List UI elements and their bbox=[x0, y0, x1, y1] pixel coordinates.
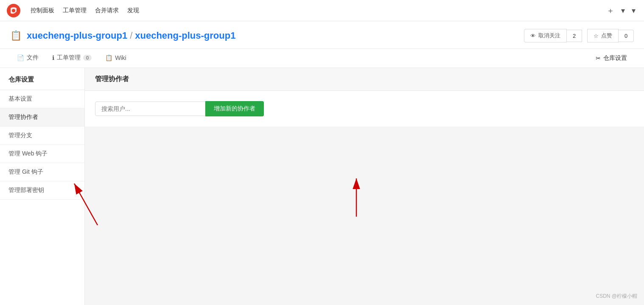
eye-icon: 👁 bbox=[530, 33, 536, 39]
sidebar-item-manage-branches[interactable]: 管理分支 bbox=[0, 127, 84, 145]
star-icon: ☆ bbox=[594, 33, 599, 39]
section-header: 管理协作者 bbox=[85, 68, 644, 91]
search-input[interactable] bbox=[95, 102, 205, 116]
svg-point-1 bbox=[12, 9, 15, 12]
logo-icon[interactable] bbox=[7, 4, 20, 17]
repo-actions: 👁 取消关注 2 ☆ 点赞 0 bbox=[519, 29, 634, 42]
topnav: 控制面板 工单管理 合并请求 发现 ＋ ▾ ▾ bbox=[0, 0, 644, 21]
star-count: 0 bbox=[619, 30, 634, 42]
sidebar-item-manage-collaborators[interactable]: 管理协作者 bbox=[0, 108, 84, 127]
add-collaborator-button[interactable]: 增加新的协作者 bbox=[205, 101, 264, 116]
tab-wiki[interactable]: 📋 Wiki bbox=[98, 49, 133, 67]
tab-wiki-label: Wiki bbox=[115, 54, 126, 61]
sidebar-item-manage-webhooks[interactable]: 管理 Web 钩子 bbox=[0, 145, 84, 163]
tab-issues-label: 工单管理 bbox=[57, 54, 81, 62]
user-menu-button[interactable]: ▾ bbox=[630, 4, 637, 17]
star-label: 点赞 bbox=[601, 32, 612, 40]
tab-files[interactable]: 📄 文件 bbox=[10, 49, 45, 68]
dropdown-button[interactable]: ▾ bbox=[619, 4, 627, 17]
files-icon: 📄 bbox=[17, 54, 24, 61]
breadcrumb-separator: / bbox=[130, 30, 132, 41]
star-group: ☆ 点赞 0 bbox=[587, 29, 634, 42]
sidebar-item-manage-deploy-keys[interactable]: 管理部署密钥 bbox=[0, 181, 84, 200]
settings-icon: ✂ bbox=[596, 55, 601, 62]
collaborators-section: 管理协作者 增加新的协作者 bbox=[85, 68, 644, 127]
topnav-right: ＋ ▾ ▾ bbox=[605, 4, 637, 17]
repo-title: 📋 xuecheng-plus-group1 / xuecheng-plus-g… bbox=[10, 30, 235, 41]
repo-header: 📋 xuecheng-plus-group1 / xuecheng-plus-g… bbox=[0, 21, 644, 49]
subnav-tabs: 📄 文件 ℹ 工单管理 0 📋 Wiki bbox=[10, 49, 133, 68]
breadcrumb-group[interactable]: xuecheng-plus-group1 bbox=[27, 30, 127, 41]
breadcrumb: xuecheng-plus-group1 / xuecheng-plus-gro… bbox=[27, 30, 235, 41]
nav-dashboard[interactable]: 控制面板 bbox=[31, 5, 54, 16]
follow-label: 取消关注 bbox=[538, 32, 560, 40]
watermark: CSDN @柠檬小帽 bbox=[596, 293, 637, 300]
topnav-links: 控制面板 工单管理 合并请求 发现 bbox=[31, 5, 595, 16]
settings-label: 仓库设置 bbox=[603, 54, 627, 62]
repo-icon: 📋 bbox=[10, 30, 22, 41]
sidebar-item-manage-githooks[interactable]: 管理 Git 钩子 bbox=[0, 163, 84, 181]
subnav: 📄 文件 ℹ 工单管理 0 📋 Wiki ✂ 仓库设置 bbox=[0, 49, 644, 68]
follow-group: 👁 取消关注 2 bbox=[524, 29, 582, 42]
section-body: 增加新的协作者 bbox=[85, 91, 644, 127]
nav-merge-requests[interactable]: 合并请求 bbox=[95, 5, 119, 16]
tab-files-label: 文件 bbox=[27, 54, 39, 62]
wiki-icon: 📋 bbox=[105, 54, 112, 61]
breadcrumb-repo[interactable]: xuecheng-plus-group1 bbox=[135, 30, 235, 41]
tab-issues[interactable]: ℹ 工单管理 0 bbox=[45, 49, 98, 68]
issues-icon: ℹ bbox=[52, 54, 54, 61]
nav-explore[interactable]: 发现 bbox=[127, 5, 139, 16]
nav-issues[interactable]: 工单管理 bbox=[63, 5, 87, 16]
sidebar: 仓库设置 基本设置 管理协作者 管理分支 管理 Web 钩子 管理 Git 钩子… bbox=[0, 68, 85, 305]
create-button[interactable]: ＋ bbox=[605, 4, 616, 17]
subnav-right: ✂ 仓库设置 bbox=[589, 51, 634, 65]
content: 管理协作者 增加新的协作者 bbox=[85, 68, 644, 305]
star-button[interactable]: ☆ 点赞 bbox=[587, 29, 619, 42]
issues-badge: 0 bbox=[83, 55, 92, 61]
sidebar-item-basic-settings[interactable]: 基本设置 bbox=[0, 90, 84, 108]
settings-button[interactable]: ✂ 仓库设置 bbox=[589, 51, 634, 65]
follow-button[interactable]: 👁 取消关注 bbox=[524, 29, 567, 42]
main-layout: 仓库设置 基本设置 管理协作者 管理分支 管理 Web 钩子 管理 Git 钩子… bbox=[0, 68, 644, 305]
sidebar-title: 仓库设置 bbox=[0, 68, 84, 90]
search-row: 增加新的协作者 bbox=[95, 101, 634, 116]
follow-count: 2 bbox=[567, 30, 582, 42]
